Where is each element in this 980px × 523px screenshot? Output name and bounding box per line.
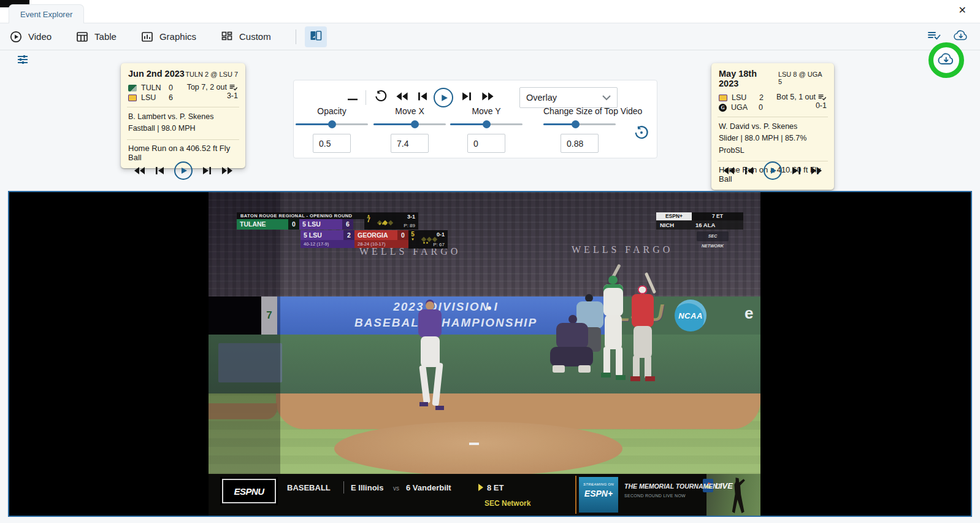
play-result: Home Run on a 406.52 ft Fly Ball: [128, 144, 238, 162]
away-abbr: LSU: [732, 93, 755, 102]
home-score: 6: [169, 93, 173, 102]
scorebug-title: BATON ROUGE REGIONAL - OPENING ROUND: [237, 212, 364, 219]
divider: [575, 476, 576, 514]
scorebug-tulane-lsu: BATON ROUGE REGIONAL - OPENING ROUND TUL…: [237, 212, 364, 230]
fast-forward-button[interactable]: [221, 166, 233, 175]
previous-frame-button[interactable]: [745, 166, 753, 175]
right-playback-controls: [711, 160, 834, 181]
restart-button[interactable]: [374, 90, 388, 106]
previous-frame-button[interactable]: [156, 166, 164, 175]
tab-event-explorer[interactable]: Event Explorer: [9, 4, 84, 23]
toolbar-custom-label: Custom: [239, 31, 271, 42]
opacity-input[interactable]: [313, 134, 351, 153]
rewind-button[interactable]: [396, 92, 408, 104]
bar-chart-icon: [141, 31, 153, 43]
ticker-vs: vs: [393, 485, 399, 492]
toolbar-table-label: Table: [94, 31, 117, 42]
promo-subtitle: SECOND ROUND LIVE NOW: [624, 494, 686, 498]
move-y-label: Move Y: [450, 106, 523, 118]
scorebug-espn-upcoming: ESPN+ 7 ET NICH 16 ALA SEC NETWORK: [656, 212, 743, 230]
divider: [127, 139, 239, 140]
video-player[interactable]: WELLS FARGO WELLS FARGO 7 2023 DIVISION …: [8, 191, 972, 517]
toolbar-table[interactable]: Table: [76, 31, 117, 43]
grid-icon: [221, 31, 233, 43]
toolbar-custom[interactable]: Custom: [221, 31, 271, 43]
divider: [343, 481, 344, 494]
event-card-left[interactable]: Jun 2nd 2023 TULN 2 @ LSU 7 TULN 0 LSU 6…: [121, 63, 245, 168]
ticker-home-team: 6 Vanderbilt: [406, 483, 451, 492]
divider: [718, 117, 828, 117]
pitch-info: Slider | 88.0 MPH | 85.7% ProbSL: [719, 133, 827, 157]
close-button[interactable]: ✕: [959, 6, 967, 15]
ticker-sport: BASEBALL: [287, 483, 331, 492]
rewind-button[interactable]: [723, 166, 735, 175]
video-icon: [10, 31, 22, 43]
home-abbr: UGA: [731, 103, 754, 112]
next-frame-button[interactable]: [203, 166, 211, 175]
overlay-seam: [209, 192, 280, 516]
next-frame-button[interactable]: [462, 92, 471, 104]
broadcast-ticker: ⛳ LIVE ESPNU BASEBALL E Illinois vs 6 Va…: [209, 474, 760, 516]
mode-select[interactable]: Overlay: [519, 87, 618, 108]
espnu-logo: ESPNU: [222, 479, 276, 503]
move-x-label: Move X: [373, 106, 446, 118]
overlay-compare-button[interactable]: [305, 26, 327, 47]
ticker-network: SEC Network: [484, 499, 530, 508]
home-team-row: G UGA 0: [719, 103, 764, 112]
cloud-download-icon[interactable]: [937, 52, 955, 69]
golf-promo-image: ⛳ LIVE: [706, 474, 760, 516]
lsu-logo: [719, 95, 727, 101]
rewind-button[interactable]: [134, 166, 145, 175]
divider: [127, 107, 239, 107]
reset-button[interactable]: [634, 125, 649, 143]
toolbar-graphics[interactable]: Graphics: [141, 31, 196, 43]
move-x-input[interactable]: [391, 134, 429, 153]
toolbar-video-label: Video: [28, 31, 52, 42]
cloud-download-icon[interactable]: [953, 29, 969, 44]
matchup-players: B. Lambert vs. P. Skenes: [128, 111, 238, 123]
inning-outs: Top 7, 2 out: [187, 83, 227, 91]
toolbar: Video Table Graphics Custom: [0, 23, 980, 50]
resize-top-video-label: Change Size of Top Video: [543, 106, 616, 118]
previous-frame-button[interactable]: [418, 92, 427, 104]
away-abbr: TULN: [141, 83, 164, 92]
inning-outs: Bot 5, 1 out: [776, 93, 816, 101]
toolbar-graphics-label: Graphics: [159, 31, 196, 42]
resize-top-video-input[interactable]: [561, 134, 599, 153]
collapse-button[interactable]: [348, 92, 358, 103]
event-date: May 18th 2023: [719, 69, 778, 88]
queue-check-icon[interactable]: [927, 29, 941, 44]
espn-plus-streaming-box: STREAMING ON ESPN+: [579, 477, 618, 513]
move-y-input[interactable]: [467, 134, 505, 153]
resize-top-video-slider[interactable]: [543, 120, 616, 128]
chevron-down-icon: [602, 93, 611, 103]
divider: [366, 90, 366, 105]
fast-forward-button[interactable]: [481, 92, 494, 104]
home-team-row: LSU 6: [128, 93, 173, 103]
sliders-icon: [16, 53, 29, 66]
matchup-players: W. David vs. P. Skenes: [719, 121, 827, 133]
move-y-slider[interactable]: [450, 120, 523, 128]
play-button[interactable]: [764, 161, 782, 180]
next-frame-button[interactable]: [792, 166, 800, 175]
event-date: Jun 2nd 2023: [128, 69, 185, 79]
toolbar-video[interactable]: Video: [10, 31, 52, 43]
filter-button[interactable]: [16, 53, 29, 66]
move-x-slider[interactable]: [373, 120, 446, 128]
opacity-slider[interactable]: [296, 120, 368, 128]
table-icon: [76, 31, 88, 43]
play-button[interactable]: [434, 88, 453, 107]
video-content: WELLS FARGO WELLS FARGO 7 2023 DIVISION …: [209, 192, 760, 516]
ticker-away-team: E Illinois: [351, 483, 383, 492]
event-matchup: TULN 2 @ LSU 7: [185, 71, 238, 78]
fast-forward-button[interactable]: [811, 166, 822, 175]
tab-label: Event Explorer: [20, 10, 72, 19]
titlebar: Event Explorer ✕: [0, 0, 980, 23]
list-check-icon: [817, 93, 827, 101]
event-matchup: LSU 8 @ UGA 5: [778, 71, 827, 85]
play-button[interactable]: [174, 161, 193, 180]
left-playback-controls: [121, 160, 245, 181]
opacity-label: Opacity: [296, 106, 368, 118]
pitch-count: 3-1: [187, 91, 238, 100]
away-score: 0: [169, 83, 173, 92]
